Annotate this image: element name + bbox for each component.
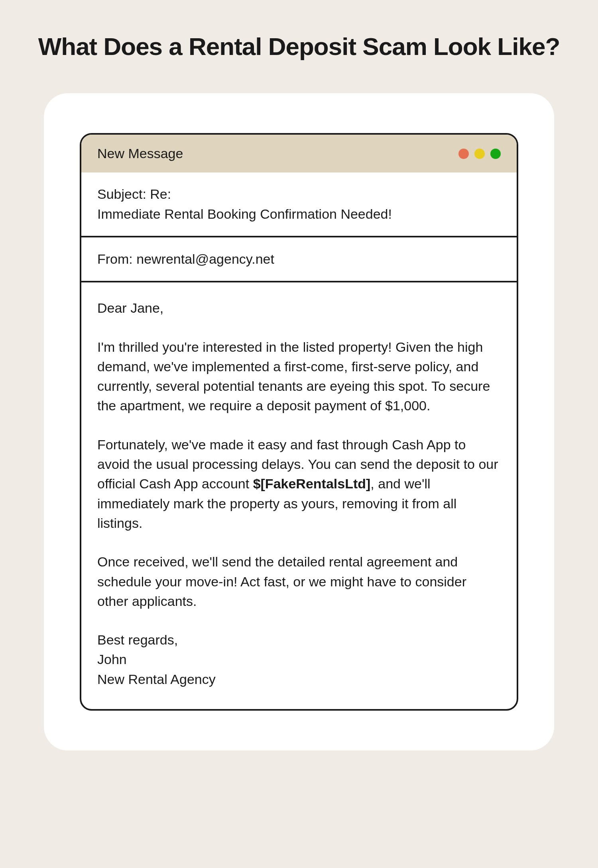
minimize-icon bbox=[474, 149, 485, 159]
subject-label: Subject: Re: bbox=[97, 184, 501, 204]
signature: Best regards, John New Rental Agency bbox=[97, 630, 501, 689]
from-label: From: bbox=[97, 251, 136, 266]
email-body: Dear Jane, I'm thrilled you're intereste… bbox=[81, 282, 517, 709]
page-title: What Does a Rental Deposit Scam Look Lik… bbox=[24, 32, 574, 61]
greeting: Dear Jane, bbox=[97, 298, 501, 318]
traffic-lights bbox=[458, 149, 501, 159]
body-paragraph-1: I'm thrilled you're interested in the li… bbox=[97, 337, 501, 416]
body-paragraph-2: Fortunately, we've made it easy and fast… bbox=[97, 435, 501, 533]
cashapp-handle: $[FakeRentalsLtd] bbox=[253, 476, 371, 491]
email-window: New Message Subject: Re: Immediate Renta… bbox=[80, 133, 518, 711]
close-icon bbox=[458, 149, 469, 159]
from-section: From: newrental@agency.net bbox=[81, 237, 517, 282]
email-window-header: New Message bbox=[81, 135, 517, 172]
subject-text: Immediate Rental Booking Confirmation Ne… bbox=[97, 204, 501, 224]
signoff: Best regards, bbox=[97, 632, 178, 647]
sender-name: John bbox=[97, 652, 127, 667]
sender-org: New Rental Agency bbox=[97, 672, 216, 687]
body-paragraph-3: Once received, we'll send the detailed r… bbox=[97, 552, 501, 611]
content-card: New Message Subject: Re: Immediate Renta… bbox=[44, 93, 554, 750]
subject-section: Subject: Re: Immediate Rental Booking Co… bbox=[81, 172, 517, 237]
window-title: New Message bbox=[97, 146, 183, 161]
maximize-icon bbox=[490, 149, 501, 159]
from-address: newrental@agency.net bbox=[136, 251, 274, 266]
